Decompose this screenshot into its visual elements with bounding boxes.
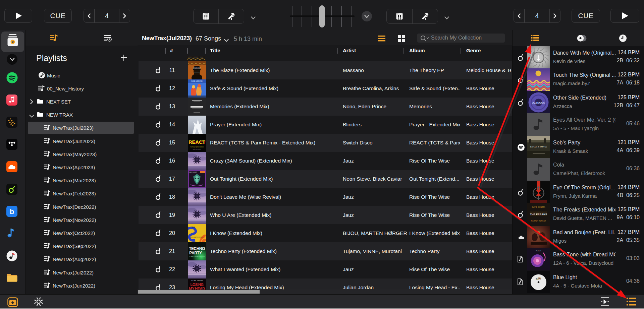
svg-text:SAFE & SOUND: SAFE & SOUND: [191, 80, 203, 82]
svg-text:BLACK CAVIAR: BLACK CAVIAR: [189, 172, 197, 173]
svg-text:DAVID GUETTA: DAVID GUETTA: [532, 206, 545, 208]
svg-text:AZZECCA: AZZECCA: [532, 101, 545, 104]
svg-text:MARTEN HORGER: MARTEN HORGER: [531, 220, 546, 222]
svg-text:TUJAMO VINNE MUROTANI: TUJAMO VINNE MUROTANI: [189, 256, 205, 257]
svg-text:TECHNO: TECHNO: [189, 246, 205, 251]
svg-text:JULIAN JORDAN: JULIAN JORDAN: [191, 280, 203, 282]
svg-text:THE FREAKS: THE FREAKS: [530, 213, 547, 216]
svg-text:MASSANO: MASSANO: [193, 67, 201, 69]
svg-text:SWITCH DISCO: SWITCH DISCO: [193, 149, 201, 150]
svg-text:TCTS & PARX REMIX: TCTS & PARX REMIX: [190, 146, 204, 148]
svg-text:VOLCA: VOLCA: [536, 250, 542, 252]
svg-text:b: b: [10, 207, 14, 216]
svg-text:KRAAK & SMAAK: KRAAK & SMAAK: [530, 145, 547, 148]
svg-text:MY HEAD: MY HEAD: [189, 287, 205, 290]
svg-text:JAUZ: JAUZ: [192, 226, 196, 228]
svg-text:REACT: REACT: [189, 139, 205, 145]
svg-text:PARTY: PARTY: [189, 251, 202, 255]
svg-text:LOSING: LOSING: [190, 283, 203, 287]
svg-text:BIJOU MARTEN HORGER: BIJOU MARTEN HORGER: [191, 237, 204, 238]
